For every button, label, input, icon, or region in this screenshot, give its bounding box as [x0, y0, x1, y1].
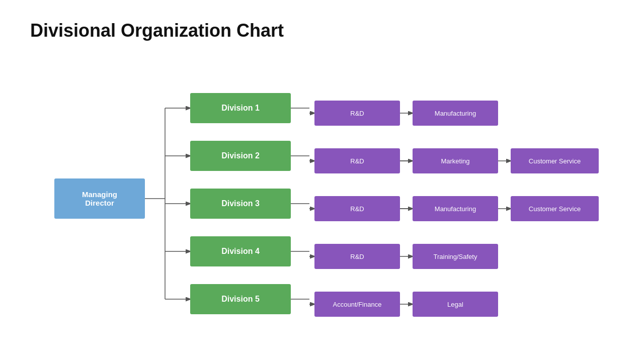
dept-node-10: Account/Finance	[314, 292, 400, 317]
division-node-d5: Division 5	[190, 284, 291, 314]
division-node-d2: Division 2	[190, 141, 291, 171]
dept-node-7: Customer Service	[511, 196, 599, 221]
dept-node-11: Legal	[413, 292, 498, 317]
dept-node-8: R&D	[314, 244, 400, 269]
dept-node-5: R&D	[314, 196, 400, 221]
dept-node-0: R&D	[314, 101, 400, 126]
dept-node-2: R&D	[314, 148, 400, 173]
division-node-d1: Division 1	[190, 93, 291, 123]
dept-node-9: Training/Safety	[413, 244, 498, 269]
dept-node-1: Manufacturing	[413, 101, 498, 126]
page-title: Divisional Organization Chart	[30, 20, 284, 41]
division-node-d4: Division 4	[190, 236, 291, 266]
division-node-d3: Division 3	[190, 189, 291, 219]
director-node: ManagingDirector	[54, 178, 145, 219]
dept-node-6: Manufacturing	[413, 196, 498, 221]
dept-node-4: Customer Service	[511, 148, 599, 173]
dept-node-3: Marketing	[413, 148, 498, 173]
